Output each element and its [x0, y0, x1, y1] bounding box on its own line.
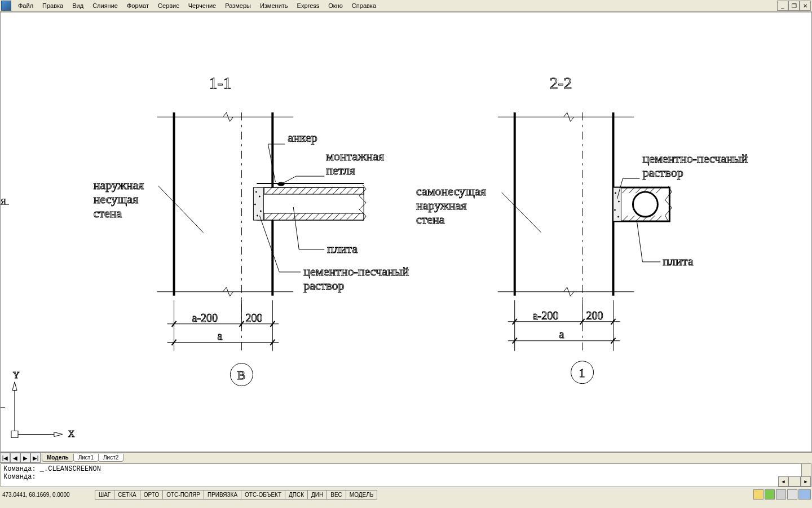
- svg-text:самонесущая: самонесущая: [416, 184, 486, 198]
- svg-line-70: [259, 216, 279, 272]
- hscroll-track[interactable]: [788, 476, 801, 487]
- svg-text:монтажная: монтажная: [326, 149, 384, 163]
- menu-bar: Файл Правка Вид Слияние Формат Сервис Че…: [0, 0, 812, 12]
- restore-button[interactable]: ❐: [788, 1, 800, 11]
- svg-text:а-200: а-200: [533, 309, 558, 322]
- tab-nav-next[interactable]: ▶: [20, 453, 30, 463]
- tab-nav-prev[interactable]: ◀: [10, 453, 20, 463]
- svg-text:стена: стена: [94, 206, 122, 220]
- section2-title: 2-2: [550, 73, 572, 92]
- svg-text:цементно-песчаный: цементно-песчаный: [303, 264, 409, 278]
- tab-sheet1[interactable]: Лист1: [73, 454, 99, 462]
- toggle-snap[interactable]: ШАГ: [95, 490, 114, 500]
- menu-window[interactable]: Окно: [324, 1, 347, 10]
- svg-text:1: 1: [579, 366, 585, 380]
- menu-tools[interactable]: Сервис: [153, 1, 184, 10]
- cutoff-text: я: [1, 193, 6, 207]
- svg-text:В: В: [237, 368, 245, 382]
- svg-text:анкер: анкер: [288, 130, 317, 144]
- svg-text:200: 200: [586, 309, 603, 322]
- svg-text:200: 200: [245, 312, 262, 324]
- menu-draw[interactable]: Черчение: [184, 1, 221, 10]
- svg-point-93: [615, 192, 616, 194]
- hscroll-left[interactable]: ◀: [778, 476, 788, 487]
- svg-point-109: [633, 192, 657, 217]
- window-controls: _ ❐ ✕: [777, 1, 811, 11]
- svg-point-96: [617, 216, 619, 217]
- section-2-2: 2-2 самонесущая нару: [416, 73, 748, 383]
- toggle-model[interactable]: МОДЕЛЬ: [346, 490, 377, 500]
- svg-point-22: [257, 215, 258, 216]
- tray-icon-1[interactable]: [753, 489, 764, 500]
- svg-text:а: а: [559, 328, 564, 340]
- tray-lock-icon[interactable]: [787, 489, 797, 500]
- command-scrollbar[interactable]: [801, 464, 811, 476]
- tab-sheet2[interactable]: Лист2: [98, 454, 123, 462]
- tab-model[interactable]: Модель: [42, 454, 74, 462]
- command-line[interactable]: Команда: _.CLEANSCREENON Команда: ◀ ▶: [1, 463, 811, 487]
- tab-nav-first[interactable]: |◀: [0, 453, 10, 463]
- command-hscrollbar[interactable]: ◀ ▶: [778, 476, 811, 487]
- svg-point-20: [254, 204, 255, 205]
- toggle-lwt[interactable]: ВЕС: [326, 490, 346, 500]
- svg-marker-3: [54, 432, 63, 437]
- layout-tabs: |◀ ◀ ▶ ▶| Модель Лист1 Лист2: [0, 452, 812, 463]
- menu-express[interactable]: Express: [293, 1, 324, 10]
- svg-marker-1: [12, 382, 17, 391]
- section-1-1: 1-1: [94, 73, 409, 386]
- drawing-canvas[interactable]: Y X я 1-1: [0, 12, 812, 452]
- svg-point-18: [255, 191, 257, 192]
- toggle-otrack[interactable]: ОТС-ОБЪЕКТ: [241, 490, 285, 500]
- svg-line-120: [637, 221, 642, 262]
- svg-text:раствор: раствор: [303, 278, 344, 292]
- svg-text:X: X: [68, 429, 75, 439]
- svg-text:плита: плита: [327, 242, 358, 256]
- command-history-line: Команда: _.CLEANSCREENON: [3, 465, 809, 473]
- menu-modify[interactable]: Изменить: [255, 1, 293, 10]
- section1-title: 1-1: [209, 73, 231, 92]
- minimize-button[interactable]: _: [777, 1, 788, 11]
- svg-point-21: [260, 211, 261, 212]
- menu-format[interactable]: Формат: [122, 1, 153, 10]
- svg-text:Y: Y: [13, 370, 20, 380]
- svg-text:петля: петля: [326, 163, 355, 177]
- svg-point-95: [614, 209, 615, 211]
- menu-view[interactable]: Вид: [68, 1, 88, 10]
- tray-icon-2[interactable]: [765, 489, 775, 500]
- status-coordinates: 473.0441, 68.1669, 0.0000: [0, 491, 95, 499]
- svg-rect-92: [613, 187, 621, 221]
- svg-point-19: [259, 196, 260, 197]
- menu-dimensions[interactable]: Размеры: [220, 1, 255, 10]
- app-icon: [1, 1, 11, 11]
- tray-cleanscreen-icon[interactable]: [798, 489, 811, 500]
- toggle-polar[interactable]: ОТС-ПОЛЯР: [162, 490, 204, 500]
- menu-file[interactable]: Файл: [14, 1, 38, 10]
- status-bar: 473.0441, 68.1669, 0.0000 ШАГ СЕТКА ОРТО…: [0, 488, 812, 501]
- tray-icon-3[interactable]: [776, 489, 786, 500]
- svg-text:а: а: [217, 330, 222, 342]
- svg-text:раствор: раствор: [642, 165, 683, 179]
- tab-nav-last[interactable]: ▶|: [30, 453, 41, 463]
- svg-text:несущая: несущая: [94, 192, 138, 206]
- ucs-icon: Y X: [1, 204, 75, 439]
- menu-merge[interactable]: Слияние: [88, 1, 122, 10]
- svg-rect-4: [11, 431, 18, 438]
- toggle-ortho[interactable]: ОРТО: [140, 490, 163, 500]
- svg-text:наружная: наружная: [416, 198, 467, 212]
- toggle-dyn[interactable]: ДИН: [307, 490, 327, 500]
- menu-help[interactable]: Справка: [347, 1, 381, 10]
- svg-text:наружная: наружная: [94, 178, 144, 192]
- svg-point-94: [618, 201, 619, 202]
- hscroll-right[interactable]: ▶: [801, 476, 811, 487]
- svg-line-63: [158, 186, 204, 233]
- toggle-grid[interactable]: СЕТКА: [114, 490, 140, 500]
- svg-line-59: [282, 176, 296, 183]
- svg-text:цементно-песчаный: цементно-песчаный: [642, 151, 748, 165]
- toggle-ducs[interactable]: ДПСК: [285, 490, 308, 500]
- menu-edit[interactable]: Правка: [38, 1, 68, 10]
- toggle-osnap[interactable]: ПРИВЯЗКА: [204, 490, 241, 500]
- svg-text:плита: плита: [663, 254, 693, 268]
- command-prompt[interactable]: Команда:: [3, 473, 809, 481]
- close-button[interactable]: ✕: [800, 1, 811, 11]
- svg-line-113: [502, 192, 541, 233]
